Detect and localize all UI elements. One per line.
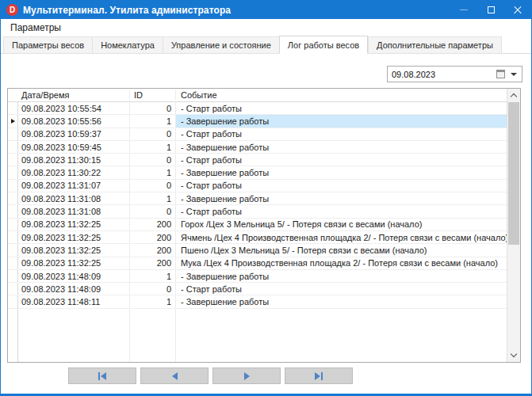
row-indicator-cell [8,244,18,256]
table-row[interactable]: 09.08.2023 11:32:25 200 Горох /Цех 3 Мел… [8,219,507,231]
menu-item-parametry[interactable]: Параметры [6,21,65,35]
table-row[interactable]: 09.08.2023 10:59:37 0 - Старт работы [8,128,507,141]
cell-datetime: 09.08.2023 11:30:22 [18,166,130,178]
table-row[interactable]: 09.08.2023 10:55:54 0 - Старт работы [8,102,507,115]
cell-datetime: 09.08.2023 11:31:08 [18,192,130,204]
app-logo-icon: D [6,4,18,16]
minimize-button[interactable] [450,1,477,19]
title-bar[interactable]: D Мультитерминал. Утилита администратора [1,1,531,19]
close-button[interactable] [504,1,531,19]
window-controls [450,1,531,19]
cell-datetime: 09.08.2023 11:32:25 [18,244,130,256]
menu-bar: Параметры [1,19,531,36]
cell-datetime: 09.08.2023 11:30:15 [18,154,130,166]
row-indicator-cell [8,231,18,243]
column-header-datetime[interactable]: Дата/Время [18,90,130,100]
cell-event: Мука /Цех 4 Производственная площадка 2/… [176,257,507,269]
cell-datetime: 09.08.2023 10:59:37 [18,128,130,140]
table-row[interactable]: 09.08.2023 10:55:56 1 - Завершение работ… [8,115,507,128]
cell-id: 1 [130,166,176,178]
next-record-button[interactable] [212,367,281,384]
calendar-grid-icon [496,70,505,78]
current-row-arrow-icon [11,119,15,124]
cell-event: Пшено /Цех 3 Мельница 5/ - Потеря связи … [176,244,507,256]
tab-nomenklatura[interactable]: Номеклатура [92,36,163,54]
row-indicator-cell [8,257,18,269]
vertical-scrollbar[interactable] [507,89,520,362]
tab-parametry-vesov[interactable]: Параметры весов [3,36,92,54]
table-header-row: Дата/Время ID Событие [8,89,507,102]
scroll-down-button[interactable] [507,349,520,362]
row-indicator-cell [8,166,18,178]
table-row[interactable]: 09.08.2023 11:48:09 1 - Завершение работ… [8,270,507,283]
table-row[interactable]: 09.08.2023 10:59:45 1 - Завершение работ… [8,141,507,154]
row-indicator-cell [8,205,18,217]
tab-log-raboty-vesov[interactable]: Лог работы весов [279,36,368,54]
log-table: Дата/Время ID Событие 09.08.2023 10:55:5… [7,88,521,363]
window-title: Мультитерминал. Утилита администратора [23,5,231,16]
column-header-id[interactable]: ID [130,90,176,100]
cell-event: - Завершение работы [176,270,507,282]
minimize-icon [460,10,468,10]
row-indicator-cell [8,283,18,295]
table-row[interactable]: 09.08.2023 11:48:09 0 - Старт работы [8,283,507,295]
cell-event: Ячмень /Цех 4 Производственная площадка … [176,231,507,243]
table-row[interactable]: 09.08.2023 11:31:07 0 - Старт работы [8,180,507,192]
cell-id: 200 [130,231,176,243]
row-indicator-cell [8,192,18,204]
cell-id: 0 [130,205,176,217]
row-indicator-cell [8,154,18,166]
cell-event: - Старт работы [176,283,507,295]
cell-event: - Старт работы [176,128,507,140]
maximize-button[interactable] [477,1,504,19]
cell-id: 1 [130,192,176,204]
tab-dopolnitelnye-parametry[interactable]: Дополнительные параметры [368,36,502,54]
last-record-button[interactable] [285,367,353,384]
cell-datetime: 09.08.2023 10:59:45 [18,141,130,153]
row-indicator-cell [8,141,18,153]
table-row[interactable]: 09.08.2023 11:32:25 200 Ячмень /Цех 4 Пр… [8,231,507,244]
cell-datetime: 09.08.2023 11:48:11 [18,295,130,307]
row-indicator-cell [8,102,18,114]
cell-id: 0 [130,128,176,140]
grid-empty-area [8,309,507,362]
first-record-button[interactable] [68,367,136,384]
log-table-body: Дата/Время ID Событие 09.08.2023 10:55:5… [8,89,507,362]
prior-record-button[interactable] [140,367,209,384]
table-row[interactable]: 09.08.2023 11:30:22 1 - Завершение работ… [8,166,507,179]
table-row[interactable]: 09.08.2023 11:31:08 1 - Завершение работ… [8,192,507,205]
cell-event: - Завершение работы [176,192,507,204]
date-filter-combobox[interactable]: 09.08.2023 [387,66,522,82]
cell-id: 0 [130,102,176,114]
chevron-down-icon[interactable] [511,73,517,76]
cell-datetime: 09.08.2023 11:31:08 [18,205,130,217]
cell-event: - Старт работы [176,205,507,217]
cell-datetime: 09.08.2023 11:31:07 [18,180,130,192]
table-row[interactable]: 09.08.2023 11:32:25 200 Пшено /Цех 3 Мел… [8,244,507,257]
scroll-up-button[interactable] [507,89,520,101]
cell-id: 200 [130,219,176,230]
cell-event: Горох /Цех 3 Мельница 5/ - Потеря связи … [176,219,507,230]
date-filter-value[interactable]: 09.08.2023 [388,70,496,79]
table-row[interactable]: 09.08.2023 11:32:25 200 Мука /Цех 4 Прои… [8,257,507,270]
table-row[interactable]: 09.08.2023 11:48:11 1 - Завершение работ… [8,295,507,308]
cell-id: 1 [130,295,176,307]
scrollbar-thumb[interactable] [508,102,519,245]
tab-bar: Параметры весовНомеклатураУправление и с… [1,36,531,54]
cell-datetime: 09.08.2023 10:55:54 [18,102,130,114]
cell-id: 0 [130,180,176,192]
next-record-icon [244,372,250,380]
cell-datetime: 09.08.2023 11:48:09 [18,283,130,295]
last-record-icon [315,372,320,380]
column-header-event[interactable]: Событие [176,90,507,100]
table-row[interactable]: 09.08.2023 11:31:08 0 - Старт работы [8,205,507,218]
row-indicator-cell [8,115,18,127]
cell-event: - Старт работы [176,180,507,192]
cell-id: 200 [130,244,176,256]
tab-upravlenie-i-sostoyanie[interactable]: Управление и состояние [163,36,279,54]
cell-id: 200 [130,257,176,269]
cell-event: - Завершение работы [176,295,507,307]
maximize-icon [488,6,495,13]
record-navigator [68,367,353,384]
table-row[interactable]: 09.08.2023 11:30:15 0 - Старт работы [8,154,507,166]
